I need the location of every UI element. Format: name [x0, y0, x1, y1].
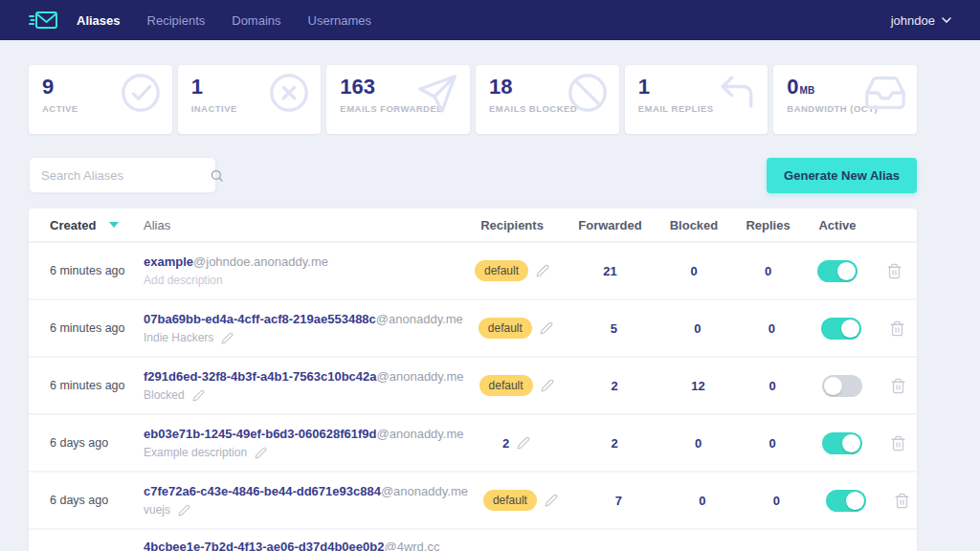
delete-alias-button[interactable]: [876, 378, 917, 394]
alias-email[interactable]: eb03e71b-1245-49ef-b6d3-060628f61f9d@ano…: [144, 427, 464, 442]
nav-item-usernames[interactable]: Usernames: [308, 13, 371, 28]
block-circle-icon: [566, 71, 610, 119]
alias-email[interactable]: c7fe72a6-c43e-4846-be44-dd671e93c884@ano…: [144, 484, 468, 499]
recipient-badge: default: [475, 260, 528, 281]
alias-cell: 07ba69bb-ed4a-4cff-acf8-219ae553488c@ano…: [144, 312, 463, 344]
column-header-replies: Replies: [732, 218, 804, 232]
table-row: 6 minutes ago f291d6ed-32f8-4b3f-a4b1-75…: [29, 358, 917, 415]
toggle-knob: [824, 377, 842, 395]
search-icon: [210, 168, 224, 183]
inbox-tray-icon: [863, 71, 907, 119]
paper-plane-icon: [414, 71, 460, 121]
edit-description-icon[interactable]: [192, 389, 205, 402]
replies-count: 0: [732, 264, 804, 278]
aliases-table: Created Alias Recipients Forwarded Block…: [29, 209, 917, 551]
recipient-badge: default: [479, 375, 533, 396]
app-logo[interactable]: [29, 9, 59, 32]
forwarded-count: 5: [568, 321, 659, 336]
active-toggle[interactable]: [822, 375, 862, 397]
stat-card-emails-blocked: 18 EMAILS BLOCKED: [476, 65, 619, 134]
check-circle-icon: [119, 71, 163, 119]
edit-recipients-icon[interactable]: [545, 494, 558, 507]
sort-desc-icon: [109, 222, 119, 228]
active-toggle[interactable]: [817, 260, 858, 282]
chevron-down-icon: [942, 17, 951, 23]
replies-count: 0: [737, 379, 809, 393]
edit-description-icon[interactable]: [178, 504, 190, 517]
forwarded-count: 7: [573, 494, 664, 508]
username-label: johndoe: [891, 13, 935, 28]
column-header-forwarded: Forwarded: [565, 218, 656, 232]
alias-cell: f291d6ed-32f8-4b3f-a4b1-7563c10bc42a@ano…: [144, 369, 464, 402]
edit-description-icon[interactable]: [221, 332, 234, 344]
edit-recipients-icon[interactable]: [541, 379, 554, 392]
table-row: 4bcbee1e-7b2d-4f13-ae06-d37d4b0ee0b2@4wr…: [29, 530, 917, 551]
alias-description: vuejs: [144, 503, 468, 517]
nav-item-domains[interactable]: Domains: [232, 13, 280, 28]
recipients-cell: default: [468, 490, 573, 511]
stat-card-emails-forwarded: 163 EMAILS FORWARDED: [326, 65, 470, 134]
forwarded-count: 21: [565, 264, 656, 278]
recipients-count: 2: [502, 436, 509, 451]
delete-alias-button[interactable]: [875, 320, 917, 337]
delete-alias-button[interactable]: [880, 493, 917, 509]
blocked-count: 0: [664, 494, 741, 508]
main-nav: Aliases Recipients Domains Usernames: [77, 13, 371, 28]
navbar: Aliases Recipients Domains Usernames joh…: [0, 0, 980, 40]
recipients-cell: default: [459, 260, 565, 281]
recipients-cell: default: [463, 318, 568, 339]
alias-cell: example@johndoe.anonaddy.me Add descript…: [144, 254, 459, 287]
stat-card-active: 9 ACTIVE: [29, 65, 172, 134]
stats-row: 9 ACTIVE 1 INACTIVE 163 EMAILS FORWARDED: [29, 65, 917, 134]
active-toggle[interactable]: [822, 432, 862, 454]
alias-email[interactable]: 07ba69bb-ed4a-4cff-acf8-219ae553488c@ano…: [144, 312, 463, 327]
created-cell: 6 days ago: [40, 436, 144, 450]
edit-recipients-icon[interactable]: [517, 436, 530, 450]
blocked-count: 0: [656, 264, 732, 278]
alias-email[interactable]: 4bcbee1e-7b2d-4f13-ae06-d37d4b0ee0b2@4wr…: [144, 540, 459, 551]
search-box: [29, 157, 216, 193]
flying-envelope-icon: [29, 9, 59, 32]
stat-unit: MB: [800, 85, 815, 96]
nav-item-aliases[interactable]: Aliases: [77, 13, 121, 28]
toggle-knob: [841, 320, 859, 338]
table-row: 6 minutes ago example@johndoe.anonaddy.m…: [29, 243, 917, 300]
created-cell: 6 minutes ago: [40, 321, 144, 335]
nav-item-recipients[interactable]: Recipients: [147, 13, 206, 28]
created-cell: 6 minutes ago: [40, 379, 144, 392]
alias-description-placeholder[interactable]: Add description: [144, 274, 459, 287]
created-cell: 6 minutes ago: [40, 264, 144, 277]
alias-email[interactable]: example@johndoe.anonaddy.me: [144, 254, 459, 270]
column-header-blocked: Blocked: [656, 218, 732, 232]
edit-recipients-icon[interactable]: [540, 321, 553, 335]
recipient-badge: default: [479, 318, 532, 339]
created-cell: 6 days ago: [40, 494, 144, 507]
stat-card-bandwidth: 0MB BANDWIDTH (OCT): [773, 65, 917, 134]
delete-alias-button[interactable]: [871, 263, 917, 279]
search-input[interactable]: [41, 168, 210, 183]
alias-cell: c7fe72a6-c43e-4846-be44-dd671e93c884@ano…: [144, 484, 468, 517]
user-menu[interactable]: johndoe: [891, 13, 951, 28]
active-toggle[interactable]: [821, 318, 861, 340]
table-row: 6 minutes ago 07ba69bb-ed4a-4cff-acf8-21…: [29, 300, 917, 358]
alias-description: Blocked: [144, 388, 464, 402]
alias-description: Indie Hackers: [144, 331, 463, 344]
table-header-row: Created Alias Recipients Forwarded Block…: [29, 209, 917, 243]
table-row: 6 days ago c7fe72a6-c43e-4846-be44-dd671…: [29, 473, 917, 530]
stat-card-inactive: 1 INACTIVE: [178, 65, 322, 134]
edit-recipients-icon[interactable]: [536, 264, 549, 277]
toolbar: Generate New Alias: [29, 157, 917, 193]
delete-alias-button[interactable]: [876, 435, 917, 452]
blocked-count: 12: [660, 379, 737, 393]
replies-count: 0: [737, 436, 809, 451]
edit-description-icon[interactable]: [255, 447, 267, 459]
active-toggle[interactable]: [826, 490, 866, 512]
alias-cell: eb03e71b-1245-49ef-b6d3-060628f61f9d@ano…: [144, 427, 464, 459]
reply-arrow-icon: [716, 71, 758, 117]
alias-email[interactable]: f291d6ed-32f8-4b3f-a4b1-7563c10bc42a@ano…: [144, 369, 464, 385]
column-header-created[interactable]: Created: [40, 218, 144, 232]
generate-new-alias-button[interactable]: Generate New Alias: [767, 158, 917, 193]
alias-cell: 4bcbee1e-7b2d-4f13-ae06-d37d4b0ee0b2@4wr…: [144, 540, 459, 551]
toggle-knob: [846, 492, 864, 510]
blocked-count: 0: [659, 321, 736, 336]
